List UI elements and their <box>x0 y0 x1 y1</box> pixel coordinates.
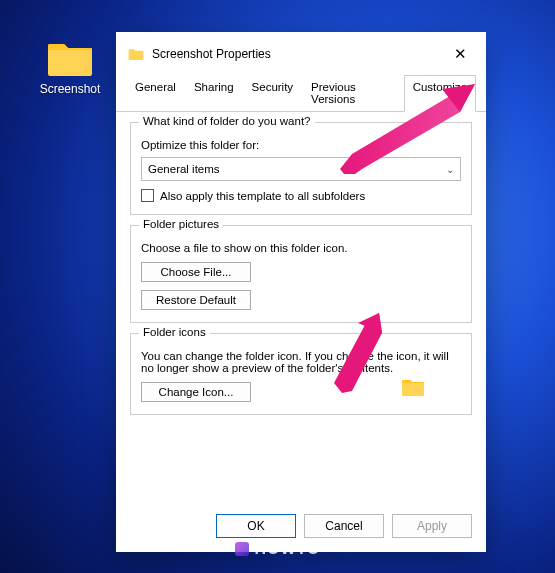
desktop-folder-icon[interactable]: Screenshot <box>38 38 102 96</box>
group-legend: Folder icons <box>139 326 210 338</box>
icons-desc: You can change the folder icon. If you c… <box>141 350 461 374</box>
tab-sharing[interactable]: Sharing <box>185 75 243 112</box>
checkbox-icon <box>141 189 154 202</box>
close-icon[interactable]: ✕ <box>446 42 474 66</box>
titlebar: Screenshot Properties ✕ <box>116 32 486 74</box>
group-folder-pictures: Folder pictures Choose a file to show on… <box>130 225 472 323</box>
cancel-button[interactable]: Cancel <box>304 514 384 538</box>
checkbox-label: Also apply this template to all subfolde… <box>160 190 365 202</box>
tab-previous-versions[interactable]: Previous Versions <box>302 75 404 112</box>
apply-button[interactable]: Apply <box>392 514 472 538</box>
change-icon-button[interactable]: Change Icon... <box>141 382 251 402</box>
group-folder-icons: Folder icons You can change the folder i… <box>130 333 472 415</box>
tab-customize[interactable]: Customize <box>404 75 476 112</box>
window-title: Screenshot Properties <box>152 47 438 61</box>
dropdown-value: General items <box>148 163 220 175</box>
desktop-folder-label: Screenshot <box>38 82 102 96</box>
watermark-text: HOWTO <box>254 540 320 558</box>
group-folder-kind: What kind of folder do you want? Optimiz… <box>130 122 472 215</box>
tab-strip: General Sharing Security Previous Versio… <box>116 74 486 112</box>
pictures-desc: Choose a file to show on this folder ico… <box>141 242 461 254</box>
tab-general[interactable]: General <box>126 75 185 112</box>
choose-file-button[interactable]: Choose File... <box>141 262 251 282</box>
tab-security[interactable]: Security <box>243 75 303 112</box>
watermark: HOWTO <box>234 540 320 558</box>
apply-template-checkbox[interactable]: Also apply this template to all subfolde… <box>141 189 461 202</box>
properties-window: Screenshot Properties ✕ General Sharing … <box>116 32 486 552</box>
group-legend: Folder pictures <box>139 218 223 230</box>
tab-content: What kind of folder do you want? Optimiz… <box>116 112 486 504</box>
folder-icon <box>46 38 94 78</box>
folder-icon <box>128 47 144 61</box>
ok-button[interactable]: OK <box>216 514 296 538</box>
restore-default-button[interactable]: Restore Default <box>141 290 251 310</box>
watermark-logo-icon <box>234 542 248 556</box>
optimize-label: Optimize this folder for: <box>141 139 461 151</box>
group-legend: What kind of folder do you want? <box>139 115 315 127</box>
folder-preview-icon <box>401 377 425 399</box>
optimize-dropdown[interactable]: General items ⌄ <box>141 157 461 181</box>
chevron-down-icon: ⌄ <box>446 164 454 175</box>
